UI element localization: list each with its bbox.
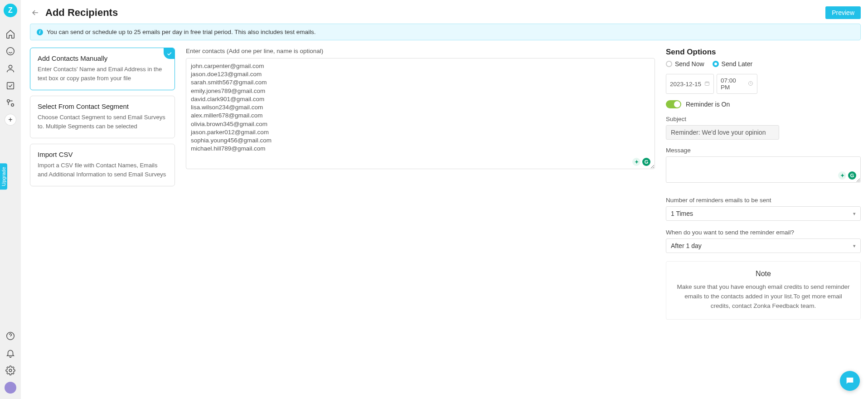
clock-icon xyxy=(748,81,753,88)
note-box: Note Make sure that you have enough emai… xyxy=(666,261,861,320)
method-card-segment[interactable]: Select From Contact Segment Choose Conta… xyxy=(30,96,175,138)
brand-logo[interactable]: Z xyxy=(4,4,17,17)
reminder-when-select[interactable]: After 1 day ▾ xyxy=(666,238,861,253)
svg-rect-2 xyxy=(7,83,14,89)
feedback-icon[interactable] xyxy=(5,46,16,57)
workflows-icon[interactable] xyxy=(5,97,16,108)
method-title: Add Contacts Manually xyxy=(38,54,167,62)
time-value: 07:00 PM xyxy=(721,77,745,91)
contacts-icon[interactable] xyxy=(5,63,16,74)
contacts-label: Enter contacts (Add one per line, name i… xyxy=(186,48,655,54)
radio-send-now[interactable]: Send Now xyxy=(666,60,704,68)
chevron-down-icon: ▾ xyxy=(853,211,856,217)
method-card-manual[interactable]: Add Contacts Manually Enter Contacts' Na… xyxy=(30,48,175,90)
home-icon[interactable] xyxy=(5,29,16,39)
settings-icon[interactable] xyxy=(5,365,16,376)
send-options-title: Send Options xyxy=(666,48,861,57)
subject-label: Subject xyxy=(666,116,861,122)
grammarly-badges: ✦ G xyxy=(632,158,650,166)
grammarly-icon[interactable]: G xyxy=(642,158,650,166)
svg-point-3 xyxy=(7,100,10,102)
radio-label: Send Later xyxy=(722,60,753,68)
select-value: After 1 day xyxy=(671,242,702,249)
method-cards: Add Contacts Manually Enter Contacts' Na… xyxy=(30,48,175,186)
reminder-when-label: When do you want to send the reminder em… xyxy=(666,229,861,236)
date-value: 2023-12-15 xyxy=(670,81,701,88)
reminders-count-label: Number of reminders emails to be sent xyxy=(666,197,861,204)
method-title: Import CSV xyxy=(38,151,167,158)
message-textarea[interactable] xyxy=(666,156,861,183)
svg-rect-7 xyxy=(705,82,709,85)
notifications-icon[interactable] xyxy=(5,348,16,359)
help-icon[interactable] xyxy=(5,331,16,341)
radio-icon xyxy=(666,61,672,67)
calendar-icon xyxy=(704,81,710,88)
add-button[interactable]: + xyxy=(5,114,16,125)
svg-point-0 xyxy=(7,48,15,55)
method-desc: Enter Contacts' Name and Email Address i… xyxy=(38,65,167,83)
reminder-toggle-label: Reminder is On xyxy=(686,101,730,108)
grammarly-secondary-icon[interactable]: ✦ xyxy=(838,171,846,180)
page-title: Add Recipients xyxy=(45,7,118,19)
reminder-toggle[interactable] xyxy=(666,100,681,108)
subject-input[interactable] xyxy=(666,125,779,140)
grammarly-icon[interactable]: G xyxy=(848,171,856,180)
method-card-csv[interactable]: Import CSV Import a CSV file with Contac… xyxy=(30,144,175,186)
svg-point-4 xyxy=(11,104,14,107)
radio-icon xyxy=(713,61,719,67)
upgrade-tab[interactable]: Upgrade xyxy=(0,163,7,190)
info-banner-text: You can send or schedule up to 25 emails… xyxy=(47,29,316,35)
chat-bubble-button[interactable] xyxy=(840,371,860,391)
method-desc: Import a CSV file with Contact Names, Em… xyxy=(38,161,167,179)
info-banner: i You can send or schedule up to 25 emai… xyxy=(30,24,861,40)
note-title: Note xyxy=(676,270,850,278)
main-content: Add Recipients Preview i You can send or… xyxy=(21,0,868,399)
grammarly-badges: ✦ G xyxy=(838,171,856,180)
radio-label: Send Now xyxy=(675,60,704,68)
tasks-icon[interactable] xyxy=(5,80,16,91)
preview-button[interactable]: Preview xyxy=(825,6,861,19)
note-body: Make sure that you have enough email cre… xyxy=(676,282,850,311)
back-arrow-icon[interactable] xyxy=(30,7,41,18)
page-header: Add Recipients Preview xyxy=(30,5,861,24)
svg-point-6 xyxy=(9,369,12,372)
contacts-column: Enter contacts (Add one per line, name i… xyxy=(186,48,655,170)
grammarly-secondary-icon[interactable]: ✦ xyxy=(632,158,640,166)
reminders-count-select[interactable]: 1 Times ▾ xyxy=(666,206,861,221)
time-input[interactable]: 07:00 PM xyxy=(717,74,757,94)
svg-point-1 xyxy=(9,65,12,68)
method-desc: Choose Contact Segment to send Email Sur… xyxy=(38,113,167,131)
info-icon: i xyxy=(37,29,43,35)
chevron-down-icon: ▾ xyxy=(853,243,856,249)
user-avatar[interactable] xyxy=(5,382,16,394)
select-value: 1 Times xyxy=(671,210,693,217)
method-title: Select From Contact Segment xyxy=(38,102,167,110)
radio-send-later[interactable]: Send Later xyxy=(713,60,753,68)
send-options-panel: Send Options Send Now Send Later 2023-12… xyxy=(666,48,861,320)
message-label: Message xyxy=(666,147,861,154)
app-sidebar: Z + xyxy=(0,0,21,399)
date-input[interactable]: 2023-12-15 xyxy=(666,74,714,94)
contacts-textarea[interactable] xyxy=(186,58,655,169)
